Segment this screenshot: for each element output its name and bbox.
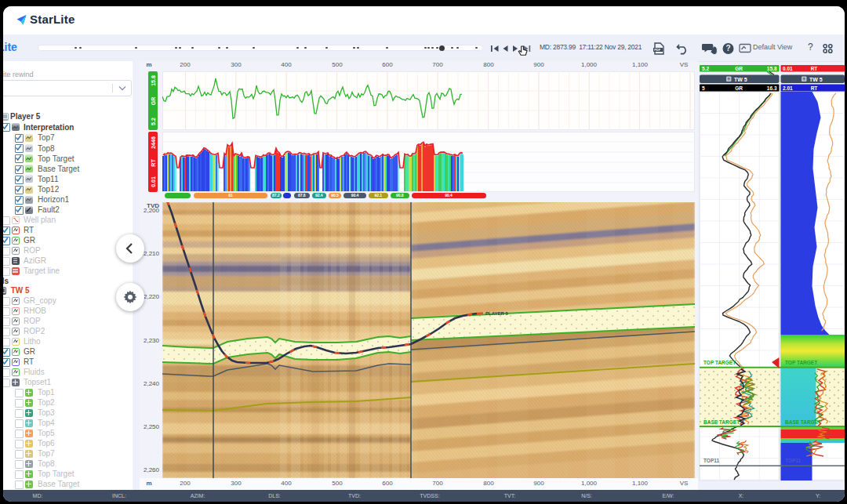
- svg-text:TW 5: TW 5: [734, 77, 747, 82]
- svg-text:TW 5: TW 5: [809, 77, 823, 82]
- svg-text:RT: RT: [811, 85, 818, 91]
- svg-text:BASE TARGET: BASE TARGET: [703, 419, 740, 425]
- svg-text:GR: GR: [735, 66, 743, 71]
- svg-text:TOP11: TOP11: [785, 458, 802, 463]
- svg-text:PDF: PDF: [654, 48, 661, 52]
- svg-text:?: ?: [725, 44, 730, 53]
- svg-text:PLAYER 5: PLAYER 5: [485, 311, 508, 316]
- svg-text:15.8: 15.8: [767, 66, 777, 71]
- svg-text:TOP TARGET: TOP TARGET: [703, 360, 736, 365]
- svg-text:0.01: 0.01: [783, 66, 793, 71]
- svg-text:TOP11: TOP11: [703, 458, 720, 463]
- svg-text:2.01: 2.01: [783, 85, 793, 91]
- svg-text:RT: RT: [811, 66, 818, 71]
- svg-text:16.3: 16.3: [767, 85, 777, 91]
- svg-text:5.2: 5.2: [702, 66, 709, 71]
- svg-text:BASE TARGET: BASE TARGET: [785, 419, 821, 425]
- svg-text:TOP TARGET: TOP TARGET: [785, 360, 817, 365]
- svg-text:5: 5: [702, 85, 705, 91]
- svg-text:GR: GR: [735, 85, 743, 91]
